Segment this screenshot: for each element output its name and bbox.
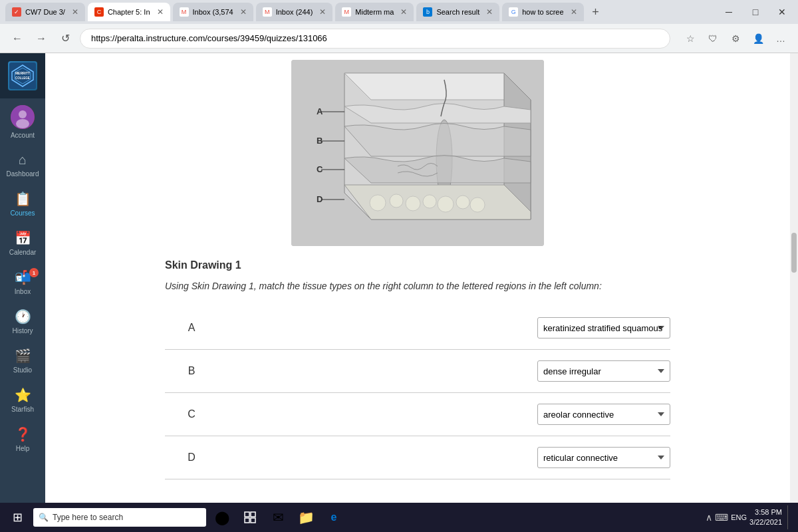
question-text: Using Skin Drawing 1, match the tissue t… (165, 279, 670, 293)
app-body: MERRITT COLLEGE Account ⌂ Dashboard 📋 Co… (0, 53, 798, 503)
show-desktop-button[interactable] (787, 505, 793, 529)
avatar (11, 105, 35, 129)
tray-date-display: 3/22/2021 (749, 517, 782, 527)
browser-profile-icon[interactable]: 👤 (749, 29, 767, 48)
taskbar-edge-icon[interactable]: e (322, 505, 346, 529)
page-content: A B C D Skin D (45, 53, 798, 503)
tab-close-howtoscreen[interactable]: ✕ (571, 7, 577, 17)
history-icon: 🕐 (15, 309, 31, 325)
tray-keyboard-icon[interactable]: ⌨ (715, 512, 728, 523)
new-tab-button[interactable]: + (587, 3, 605, 21)
taskbar-search-box[interactable]: 🔍 Type here to search (33, 508, 206, 527)
browser-tab-midterm[interactable]: M Midterm ma ✕ (335, 3, 414, 21)
taskbar-files-icon[interactable]: 📁 (294, 505, 318, 529)
tab-close-inbox1[interactable]: ✕ (240, 7, 247, 17)
sidebar-label-studio: Studio (13, 366, 32, 374)
browser-tab-cw7[interactable]: ✓ CW7 Due 3/ ✕ (5, 3, 85, 21)
content-area[interactable]: A B C D Skin D (45, 53, 790, 503)
forward-button[interactable]: → (32, 29, 51, 48)
answer-row-b: B [ Select ] keratinized stratified squa… (165, 350, 670, 393)
question-title: Skin Drawing 1 (165, 259, 670, 271)
sidebar-item-dashboard[interactable]: ⌂ Dashboard (0, 146, 45, 184)
browser-tab-searchresult[interactable]: b Search result ✕ (416, 3, 499, 21)
answer-dropdown-a[interactable]: [ Select ] keratinized stratified squamo… (537, 317, 670, 338)
maximize-button[interactable]: □ (745, 3, 766, 21)
sidebar-label-calendar: Calendar (9, 249, 37, 256)
tab-close-inbox2[interactable]: ✕ (319, 7, 326, 17)
tray-clock[interactable]: 3:58 PM 3/22/2021 (749, 507, 782, 528)
tab-label-midterm: Midterm ma (355, 8, 394, 16)
svg-text:A: A (317, 106, 323, 116)
answer-dropdown-c[interactable]: [ Select ] keratinized stratified squamo… (537, 404, 670, 425)
address-bar[interactable] (80, 29, 670, 49)
scrollbar-thumb[interactable] (791, 233, 797, 273)
answer-letter-a: A (165, 322, 218, 334)
svg-point-19 (470, 198, 485, 212)
start-button[interactable]: ⊞ (5, 505, 29, 529)
tab-close-chapter5[interactable]: ✕ (157, 7, 164, 17)
sidebar-item-inbox[interactable]: 📬 1 Inbox (0, 263, 45, 302)
answer-dropdown-d[interactable]: [ Select ] keratinized stratified squamo… (537, 447, 670, 468)
sidebar-label-account: Account (11, 132, 35, 139)
browser-settings-icon[interactable]: ⚙ (726, 29, 745, 48)
sidebar-label-courses: Courses (10, 209, 35, 217)
skin-diagram-svg: A B C D (291, 60, 544, 246)
tab-favicon-inbox1: M (180, 7, 189, 17)
svg-point-16 (423, 195, 436, 208)
sidebar-item-help[interactable]: ❓ Help (0, 420, 45, 459)
reload-button[interactable]: ↺ (56, 29, 74, 48)
sidebar-item-account[interactable]: Account (0, 98, 45, 146)
sidebar-label-starfish: Starfish (11, 406, 34, 413)
browser-tab-inbox2[interactable]: M Inbox (244) ✕ (256, 3, 333, 21)
taskbar-multitask-icon[interactable] (238, 505, 262, 529)
svg-text:D: D (317, 194, 323, 204)
skin-image-wrapper: A B C D (165, 53, 670, 259)
svg-text:MERRITT: MERRITT (15, 71, 30, 75)
taskbar-cortana-icon[interactable]: ⬤ (210, 505, 234, 529)
bookmark-star-icon[interactable]: ☆ (681, 29, 700, 48)
tab-close-midterm[interactable]: ✕ (400, 7, 407, 17)
tab-favicon-cw7: ✓ (12, 7, 21, 17)
address-icons: ☆ 🛡 ⚙ 👤 … (681, 29, 790, 48)
search-icon: 🔍 (39, 513, 49, 522)
starfish-icon: ⭐ (15, 387, 31, 403)
merritt-college-logo: MERRITT COLLEGE (8, 61, 37, 90)
taskbar-tray: ∧ ⌨ ENG 3:58 PM 3/22/2021 (706, 505, 793, 529)
sidebar-label-help: Help (16, 445, 30, 452)
sidebar-item-courses[interactable]: 📋 Courses (0, 184, 45, 223)
browser-tab-chapter5[interactable]: C Chapter 5: In ✕ (88, 3, 170, 21)
sidebar-item-history[interactable]: 🕐 History (0, 302, 45, 341)
courses-icon: 📋 (15, 191, 31, 207)
scrollbar-track[interactable] (790, 53, 798, 503)
minimize-button[interactable]: ─ (718, 3, 739, 21)
close-window-button[interactable]: ✕ (771, 3, 793, 21)
svg-point-17 (438, 196, 454, 212)
sidebar-logo[interactable]: MERRITT COLLEGE (0, 53, 45, 98)
taskbar: ⊞ 🔍 Type here to search ⬤ ✉ 📁 e ∧ ⌨ ENG … (0, 503, 798, 532)
browser-tab-inbox1[interactable]: M Inbox (3,574 ✕ (173, 3, 253, 21)
back-button[interactable]: ← (8, 29, 27, 48)
sidebar-label-dashboard: Dashboard (7, 170, 39, 178)
quiz-container: A B C D Skin D (152, 53, 684, 493)
svg-marker-10 (344, 73, 531, 100)
sidebar-label-history: History (12, 327, 33, 334)
inbox-icon: 📬 (15, 269, 31, 285)
tray-time-display: 3:58 PM (749, 507, 782, 517)
taskbar-mail-icon[interactable]: ✉ (266, 505, 290, 529)
browser-shield-icon[interactable]: 🛡 (704, 29, 722, 48)
answer-dropdown-b[interactable]: [ Select ] keratinized stratified squamo… (537, 360, 670, 382)
tray-arrow-icon[interactable]: ∧ (706, 512, 712, 523)
sidebar-item-studio[interactable]: 🎬 Studio (0, 341, 45, 380)
url-input[interactable] (91, 33, 659, 43)
browser-more-icon[interactable]: … (771, 29, 790, 48)
sidebar-item-starfish[interactable]: ⭐ Starfish (0, 380, 45, 420)
tab-close-searchresult[interactable]: ✕ (486, 7, 493, 17)
svg-point-6 (19, 110, 27, 118)
tab-favicon-inbox2: M (263, 7, 272, 17)
tab-close-cw7[interactable]: ✕ (72, 7, 78, 17)
browser-tab-howtoscreen[interactable]: G how to scree ✕ (502, 3, 583, 21)
answer-row-c: C [ Select ] keratinized stratified squa… (165, 393, 670, 436)
sidebar-item-calendar[interactable]: 📅 Calendar (0, 223, 45, 263)
svg-text:COLLEGE: COLLEGE (15, 76, 30, 80)
browser-titlebar: ✓ CW7 Due 3/ ✕ C Chapter 5: In ✕ M Inbox… (0, 0, 798, 24)
